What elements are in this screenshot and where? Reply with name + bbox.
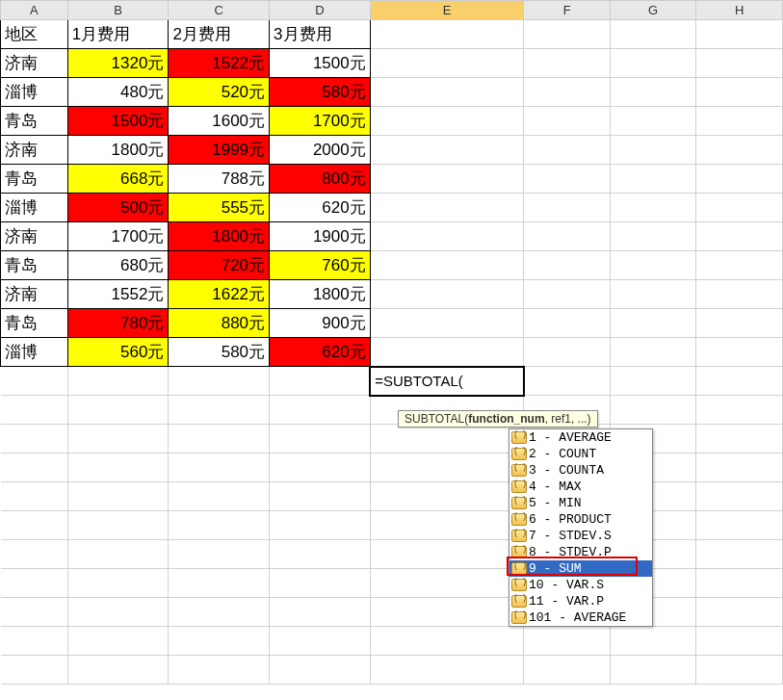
- cell-value[interactable]: 1900元: [270, 222, 371, 251]
- cell-value[interactable]: 1999元: [169, 136, 270, 165]
- cell-empty[interactable]: [370, 136, 524, 165]
- cell-empty[interactable]: [696, 251, 783, 280]
- cell-empty[interactable]: [169, 540, 270, 569]
- cell-empty[interactable]: [696, 627, 783, 656]
- cell-empty[interactable]: [610, 194, 696, 222]
- cell-value[interactable]: 720元: [169, 251, 270, 280]
- cell-header-feb[interactable]: 2月费用: [169, 20, 270, 49]
- autocomplete-item[interactable]: 8 - STDEV.P: [509, 544, 652, 560]
- cell-empty[interactable]: [1, 454, 68, 482]
- cell-empty[interactable]: [67, 598, 169, 627]
- cell-empty[interactable]: [270, 540, 371, 569]
- cell-empty[interactable]: [169, 396, 270, 425]
- cell-value[interactable]: 500元: [67, 194, 169, 222]
- cell-value[interactable]: 580元: [270, 78, 371, 107]
- cell-region[interactable]: 淄博: [1, 338, 68, 367]
- cell-empty[interactable]: [370, 598, 524, 627]
- cell-region[interactable]: 青岛: [1, 165, 68, 194]
- cell-empty[interactable]: [67, 454, 169, 482]
- autocomplete-item[interactable]: 11 - VAR.P: [509, 593, 652, 609]
- cell-header-jan[interactable]: 1月费用: [67, 20, 169, 49]
- cell-empty[interactable]: [370, 511, 524, 540]
- cell-empty[interactable]: [696, 20, 783, 49]
- cell-empty[interactable]: [696, 482, 783, 511]
- cell-empty[interactable]: [169, 598, 270, 627]
- cell-empty[interactable]: [696, 280, 783, 309]
- cell-empty[interactable]: [524, 136, 611, 165]
- cell-empty[interactable]: [370, 425, 524, 454]
- cell-empty[interactable]: [696, 598, 783, 627]
- cell-value[interactable]: 668元: [67, 165, 169, 194]
- cell-empty[interactable]: [696, 367, 783, 396]
- cell-value[interactable]: 620元: [270, 338, 371, 367]
- spreadsheet-grid[interactable]: A B C D E F G H 地区 1月费用 2月费用 3月费用 济南1320…: [0, 0, 783, 685]
- cell-empty[interactable]: [67, 425, 169, 454]
- cell-empty[interactable]: [1, 627, 68, 656]
- autocomplete-item[interactable]: 10 - VAR.S: [509, 577, 652, 593]
- cell-empty[interactable]: [610, 136, 696, 165]
- col-header-H[interactable]: H: [696, 1, 783, 20]
- cell-empty[interactable]: [270, 396, 371, 425]
- cell-empty[interactable]: [610, 107, 696, 136]
- cell-empty[interactable]: [270, 598, 371, 627]
- cell-value[interactable]: 1800元: [270, 280, 371, 309]
- cell-empty[interactable]: [524, 309, 611, 338]
- cell-empty[interactable]: [370, 280, 524, 309]
- cell-value[interactable]: 680元: [67, 251, 169, 280]
- cell-empty[interactable]: [696, 78, 783, 107]
- cell-empty[interactable]: [169, 656, 270, 685]
- cell-empty[interactable]: [67, 656, 169, 685]
- autocomplete-item[interactable]: 7 - STDEV.S: [509, 528, 652, 544]
- cell-empty[interactable]: [67, 396, 169, 425]
- col-header-B[interactable]: B: [67, 1, 169, 20]
- cell-value[interactable]: 620元: [270, 194, 371, 222]
- cell-empty[interactable]: [524, 49, 611, 78]
- cell-empty[interactable]: [270, 627, 371, 656]
- cell-value[interactable]: 1320元: [67, 49, 169, 78]
- cell-empty[interactable]: [1, 598, 68, 627]
- cell-header-mar[interactable]: 3月费用: [270, 20, 371, 49]
- cell-value[interactable]: 1500元: [270, 49, 371, 78]
- cell-empty[interactable]: [524, 656, 611, 685]
- cell-empty[interactable]: [610, 396, 696, 425]
- cell-value[interactable]: 1800元: [67, 136, 169, 165]
- cell-value[interactable]: 800元: [270, 165, 371, 194]
- cell-empty[interactable]: [169, 367, 270, 396]
- autocomplete-item[interactable]: 2 - COUNT: [509, 446, 652, 462]
- autocomplete-item[interactable]: 6 - PRODUCT: [509, 511, 652, 528]
- autocomplete-item[interactable]: 3 - COUNTA: [509, 462, 652, 479]
- col-header-D[interactable]: D: [270, 1, 371, 20]
- cell-value[interactable]: 580元: [169, 338, 270, 367]
- cell-empty[interactable]: [169, 454, 270, 482]
- cell-empty[interactable]: [524, 20, 611, 49]
- cell-empty[interactable]: [524, 367, 611, 396]
- cell-empty[interactable]: [370, 454, 524, 482]
- cell-empty[interactable]: [1, 425, 68, 454]
- cell-empty[interactable]: [169, 482, 270, 511]
- cell-empty[interactable]: [524, 194, 611, 222]
- cell-empty[interactable]: [524, 251, 611, 280]
- cell-empty[interactable]: [696, 396, 783, 425]
- cell-empty[interactable]: [696, 338, 783, 367]
- cell-empty[interactable]: [370, 627, 524, 656]
- cell-header-region[interactable]: 地区: [1, 20, 68, 49]
- autocomplete-item[interactable]: 4 - MAX: [509, 479, 652, 495]
- cell-empty[interactable]: [610, 309, 696, 338]
- cell-empty[interactable]: [524, 165, 611, 194]
- cell-empty[interactable]: [610, 49, 696, 78]
- cell-value[interactable]: 1600元: [169, 107, 270, 136]
- cell-region[interactable]: 济南: [1, 49, 68, 78]
- cell-empty[interactable]: [370, 656, 524, 685]
- autocomplete-item[interactable]: 9 - SUM: [509, 560, 652, 577]
- col-header-A[interactable]: A: [1, 1, 68, 20]
- cell-empty[interactable]: [370, 78, 524, 107]
- cell-value[interactable]: 2000元: [270, 136, 371, 165]
- cell-empty[interactable]: [524, 280, 611, 309]
- cell-empty[interactable]: [67, 540, 169, 569]
- col-header-C[interactable]: C: [169, 1, 270, 20]
- cell-empty[interactable]: [696, 49, 783, 78]
- cell-value[interactable]: 1800元: [169, 222, 270, 251]
- cell-empty[interactable]: [696, 309, 783, 338]
- cell-empty[interactable]: [370, 49, 524, 78]
- cell-region[interactable]: 济南: [1, 136, 68, 165]
